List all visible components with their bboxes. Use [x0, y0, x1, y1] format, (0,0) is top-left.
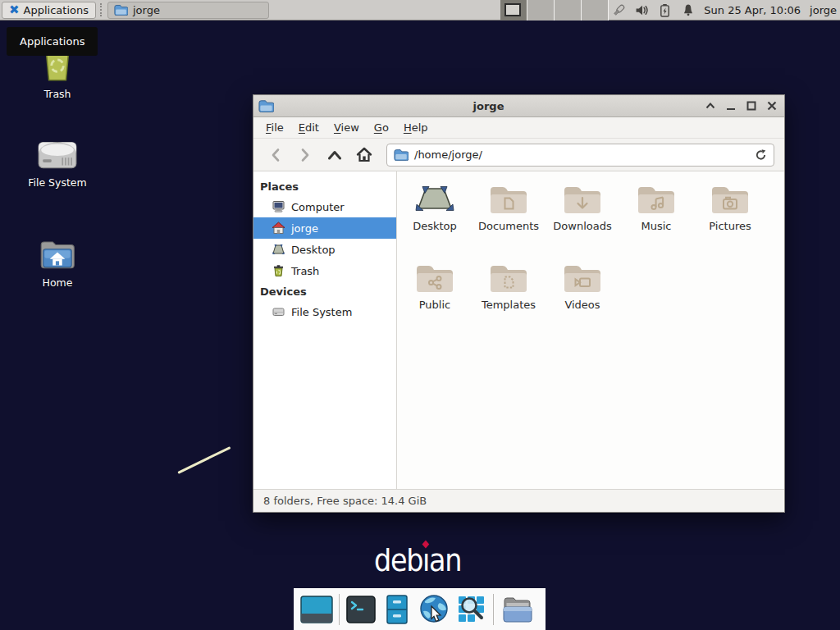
menu-go[interactable]: Go [367, 118, 396, 137]
sidebar-item-label: Desktop [291, 244, 336, 256]
sidebar-header-devices: Devices [253, 281, 396, 301]
directory-menu-icon[interactable] [500, 594, 534, 625]
window-folder-icon [258, 99, 274, 112]
folder-pictures-icon [710, 183, 750, 216]
file-item-label: Templates [482, 299, 536, 311]
toolbar: /home/jorge/ [253, 139, 784, 171]
menubar: File Edit View Go Help [253, 117, 784, 139]
sidebar-item-desktop[interactable]: Desktop [253, 239, 396, 260]
file-item-label: Videos [564, 299, 600, 311]
harddrive-icon [23, 136, 92, 172]
titlebar[interactable]: jorge [253, 95, 784, 117]
forward-button[interactable] [293, 143, 317, 167]
file-item-label: Pictures [709, 220, 751, 232]
places-sidebar: Places Computer jorge [253, 171, 397, 489]
notifications-bell-icon[interactable] [681, 3, 695, 17]
sidebar-item-label: File System [291, 306, 352, 318]
up-button[interactable] [322, 143, 347, 167]
dock-separator [493, 594, 494, 625]
sidebar-item-jorge[interactable]: jorge [253, 217, 396, 239]
desktop-icon [415, 183, 454, 216]
reload-icon[interactable] [755, 148, 767, 162]
file-item-videos[interactable]: Videos [546, 260, 619, 339]
file-item-pictures[interactable]: Pictures [693, 181, 767, 260]
workspace-3[interactable] [555, 0, 582, 21]
minimize-button[interactable] [724, 98, 738, 113]
debian-logo: debıan [374, 542, 461, 578]
panel-handle[interactable] [100, 3, 103, 16]
sidebar-item-file-system[interactable]: File System [253, 301, 396, 322]
file-view[interactable]: Desktop Documents Downloads [397, 171, 784, 489]
path-folder-icon [394, 148, 409, 161]
xfce-applications-icon: ✖ [9, 4, 20, 16]
statusbar: 8 folders, Free space: 14.4 GiB [253, 489, 784, 512]
panel-username[interactable]: jorge [810, 4, 837, 16]
applications-menu-button[interactable]: ✖ Applications [2, 2, 96, 19]
terminal-icon[interactable] [345, 595, 377, 624]
workspace-4[interactable] [582, 0, 609, 21]
web-browser-icon[interactable] [418, 593, 450, 626]
maximize-button[interactable] [744, 98, 759, 113]
desktop-icon-label: File System [23, 176, 92, 189]
user-home-icon [272, 221, 285, 235]
workspace-1[interactable] [500, 0, 527, 21]
file-cabinet-icon[interactable] [382, 594, 412, 625]
path-text[interactable]: /home/jorge/ [414, 148, 749, 161]
file-manager-window: jorge File Edit View Go Help [253, 94, 785, 513]
close-button[interactable] [765, 98, 779, 113]
sidebar-header-places: Places [253, 176, 396, 196]
desktop-icon-label: Home [23, 276, 92, 289]
file-item-downloads[interactable]: Downloads [546, 181, 619, 260]
path-bar[interactable]: /home/jorge/ [386, 144, 774, 167]
file-item-public[interactable]: Public [398, 260, 472, 339]
workspace-window-preview [504, 3, 521, 16]
applications-tooltip: Applications [7, 27, 98, 56]
folder-downloads-icon [563, 183, 602, 216]
desktop-icon-label: Trash [23, 88, 92, 100]
back-button[interactable] [263, 143, 288, 167]
workspace-2[interactable] [527, 0, 555, 21]
file-item-desktop[interactable]: Desktop [398, 181, 472, 260]
menu-edit[interactable]: Edit [291, 118, 326, 137]
sidebar-item-trash[interactable]: Trash [253, 260, 396, 281]
menu-help[interactable]: Help [396, 118, 436, 137]
file-item-music[interactable]: Music [619, 181, 693, 260]
debian-logo-text: deb [374, 542, 422, 578]
volume-icon[interactable] [635, 3, 649, 17]
home-folder-icon [23, 236, 92, 272]
sidebar-item-label: Trash [291, 265, 319, 277]
battery-charging-icon[interactable] [658, 3, 672, 17]
taskbar-window-button[interactable]: jorge [107, 2, 269, 19]
file-item-label: Desktop [413, 220, 457, 232]
dock-panel [294, 588, 546, 630]
file-item-documents[interactable]: Documents [472, 181, 546, 260]
desktop-icon-file-system[interactable]: File System [23, 136, 92, 189]
panel-clock[interactable]: Sun 25 Apr, 10:06 [704, 4, 801, 16]
trash-icon [272, 264, 285, 277]
folder-music-icon [637, 183, 676, 216]
file-item-label: Documents [478, 220, 539, 232]
shade-button[interactable] [703, 98, 718, 113]
folder-videos-icon [563, 262, 602, 294]
desktop-icon-home[interactable]: Home [23, 236, 92, 289]
home-button[interactable] [352, 143, 377, 167]
application-finder-icon[interactable] [456, 594, 487, 625]
menu-file[interactable]: File [258, 118, 291, 137]
top-panel: ✖ Applications jorge [0, 0, 840, 21]
taskbar-window-label: jorge [133, 4, 160, 16]
stray-desktop-line [177, 446, 231, 474]
input-device-icon[interactable] [612, 3, 626, 17]
sidebar-item-computer[interactable]: Computer [253, 196, 396, 217]
harddrive-icon [272, 305, 285, 318]
workspace-switcher[interactable] [500, 0, 609, 21]
file-item-label: Public [419, 299, 450, 311]
computer-icon [272, 200, 285, 213]
folder-templates-icon [489, 262, 528, 294]
folder-public-icon [415, 262, 454, 294]
sidebar-item-label: jorge [291, 222, 318, 235]
menu-view[interactable]: View [326, 118, 367, 137]
applications-menu-label: Applications [24, 4, 89, 16]
show-desktop-icon[interactable] [300, 595, 333, 624]
sidebar-item-label: Computer [291, 201, 345, 213]
file-item-templates[interactable]: Templates [472, 260, 546, 339]
